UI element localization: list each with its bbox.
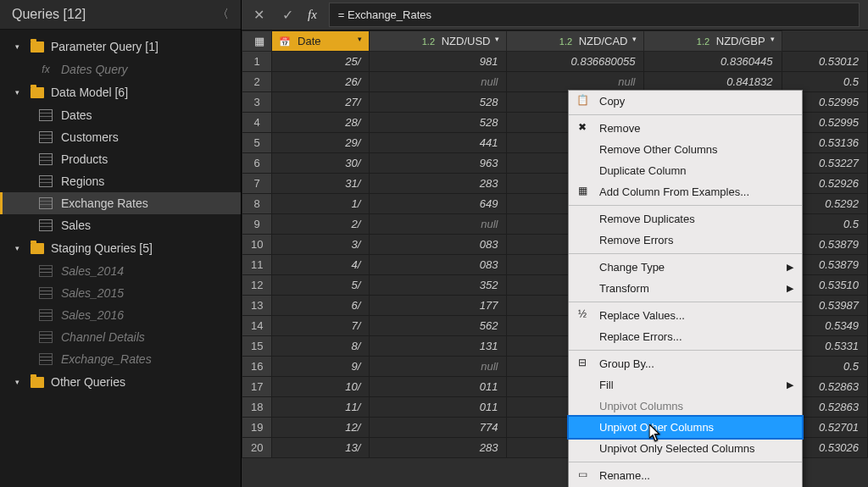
tree-item[interactable]: Exchange_Rates — [0, 348, 241, 370]
cell[interactable]: 0.8360445 — [644, 52, 782, 72]
menu-item[interactable]: ✖Remove — [569, 118, 802, 139]
menu-item[interactable]: ▦Add Column From Examples... — [569, 181, 802, 202]
grid-corner[interactable]: ▦ — [242, 31, 272, 52]
cell[interactable]: 011 — [370, 397, 507, 418]
column-header[interactable]: 📅 Date ▾ — [272, 31, 370, 52]
tree-item[interactable]: Channel Details — [0, 326, 241, 348]
cell[interactable]: 177 — [370, 296, 507, 316]
menu-item[interactable]: Change Type▶ — [569, 257, 802, 278]
cell[interactable]: 10/ — [272, 377, 370, 397]
cell[interactable]: 29/ — [272, 133, 370, 153]
table-row[interactable]: 125/9810.8366800550.83604450.53012 — [242, 52, 868, 72]
commit-icon[interactable]: ✓ — [279, 7, 296, 23]
cell[interactable]: 7/ — [272, 316, 370, 336]
cell[interactable]: 352 — [370, 275, 507, 296]
tree-group[interactable]: ▾Staging Queries [5] — [0, 236, 241, 260]
menu-item[interactable]: Fill▶ — [569, 374, 802, 396]
tree-item[interactable]: fxDates Query — [0, 58, 241, 80]
cell[interactable]: 441 — [370, 133, 507, 153]
cell[interactable]: 26/ — [272, 72, 370, 92]
dropdown-icon[interactable]: ▾ — [495, 35, 499, 43]
cell[interactable]: 011 — [370, 377, 507, 397]
cell[interactable]: 6/ — [272, 296, 370, 316]
cell[interactable]: 963 — [370, 153, 507, 174]
tree-item[interactable]: Sales — [0, 214, 241, 236]
menu-item[interactable]: Duplicate Column — [569, 160, 802, 181]
menu-item[interactable]: Transform▶ — [569, 278, 802, 299]
menu-label: Remove Duplicates — [599, 213, 695, 225]
menu-item[interactable]: Remove Duplicates — [569, 208, 802, 230]
chevron-left-icon[interactable]: 〈 — [217, 7, 229, 22]
cell[interactable]: 131 — [370, 336, 507, 357]
cell[interactable]: 083 — [370, 255, 507, 275]
cell[interactable]: 981 — [370, 52, 507, 72]
cell[interactable]: 11/ — [272, 397, 370, 418]
tree-item[interactable]: Dates — [0, 104, 241, 126]
dropdown-icon[interactable]: ▾ — [358, 35, 362, 43]
formula-input[interactable]: = Exchange_Rates — [329, 3, 860, 27]
cell[interactable]: 774 — [370, 418, 507, 438]
dropdown-icon[interactable]: ▾ — [632, 35, 637, 43]
menu-item[interactable]: 📋Copy — [569, 91, 802, 112]
menu-item[interactable]: ½Replace Values... — [569, 305, 802, 326]
tree-item[interactable]: Exchange Rates — [0, 192, 241, 214]
cell[interactable]: 0.836680055 — [507, 52, 644, 72]
cell[interactable]: 28/ — [272, 113, 370, 133]
tree-group[interactable]: ▾Data Model [6] — [0, 80, 241, 104]
menu-label: Replace Errors... — [599, 330, 682, 343]
cell[interactable]: 4/ — [272, 255, 370, 275]
tree-item[interactable]: Sales_2014 — [0, 260, 241, 282]
cell[interactable]: 1/ — [272, 194, 370, 214]
tree-item[interactable]: Regions — [0, 170, 241, 192]
column-header[interactable]: 1.2 NZD/CAD ▾ — [507, 31, 644, 52]
cell[interactable]: 3/ — [272, 235, 370, 255]
cell[interactable]: 528 — [370, 92, 507, 113]
cell[interactable]: 083 — [370, 235, 507, 255]
cell[interactable]: 30/ — [272, 153, 370, 174]
cell[interactable]: 528 — [370, 113, 507, 133]
menu-item[interactable]: Remove Other Columns — [569, 139, 802, 160]
cell[interactable]: 649 — [370, 194, 507, 214]
column-header[interactable]: 1.2 NZD/GBP ▾ — [644, 31, 782, 52]
fx-icon[interactable]: fx — [308, 8, 317, 22]
menu-item[interactable]: ▭Rename... — [569, 465, 802, 486]
cell[interactable]: null — [507, 72, 644, 92]
table-row[interactable]: 226/nullnull0.8418320.5 — [242, 72, 868, 92]
cell[interactable]: 2/ — [272, 214, 370, 235]
tree-item[interactable]: Products — [0, 148, 241, 170]
tree-group[interactable]: ▾Other Queries — [0, 370, 241, 394]
dropdown-icon[interactable]: ▾ — [771, 35, 775, 43]
cell[interactable]: 562 — [370, 316, 507, 336]
fx-icon: fx — [39, 64, 53, 75]
tree-item[interactable]: Sales_2015 — [0, 282, 241, 304]
cell[interactable]: 0.841832 — [644, 72, 782, 92]
cell[interactable]: 0.53012 — [782, 52, 867, 72]
menu-item[interactable]: Replace Errors... — [569, 326, 802, 347]
cell[interactable]: 13/ — [272, 438, 370, 458]
cell[interactable]: 8/ — [272, 336, 370, 357]
menu-item[interactable]: ⊟Group By... — [569, 353, 802, 374]
cell[interactable]: 12/ — [272, 418, 370, 438]
cell[interactable]: null — [370, 72, 507, 92]
tree-item[interactable]: Customers — [0, 126, 241, 148]
menu-item[interactable]: Unpivot Only Selected Columns — [569, 438, 802, 459]
menu-item[interactable]: Unpivot Columns — [569, 396, 802, 417]
cell[interactable]: null — [370, 357, 507, 377]
cell[interactable]: 5/ — [272, 275, 370, 296]
menu-item[interactable]: Unpivot Other Columns — [569, 417, 802, 438]
cell[interactable]: 283 — [370, 174, 507, 194]
cell[interactable]: 9/ — [272, 357, 370, 377]
menu-item[interactable]: Remove Errors — [569, 230, 802, 251]
cell[interactable]: 283 — [370, 438, 507, 458]
cell[interactable]: 27/ — [272, 92, 370, 113]
cell[interactable]: null — [370, 214, 507, 235]
tree-group[interactable]: ▾Parameter Query [1] — [0, 35, 241, 58]
queries-header[interactable]: Queries [12] 〈 — [0, 0, 241, 30]
tree-item[interactable]: Sales_2016 — [0, 304, 241, 326]
cell[interactable]: 31/ — [272, 174, 370, 194]
cancel-icon[interactable]: ✕ — [250, 7, 267, 23]
cell[interactable]: 0.5 — [782, 72, 867, 92]
row-number: 4 — [242, 113, 272, 133]
cell[interactable]: 25/ — [272, 52, 370, 72]
column-header[interactable]: 1.2 NZD/USD ▾ — [370, 31, 507, 52]
